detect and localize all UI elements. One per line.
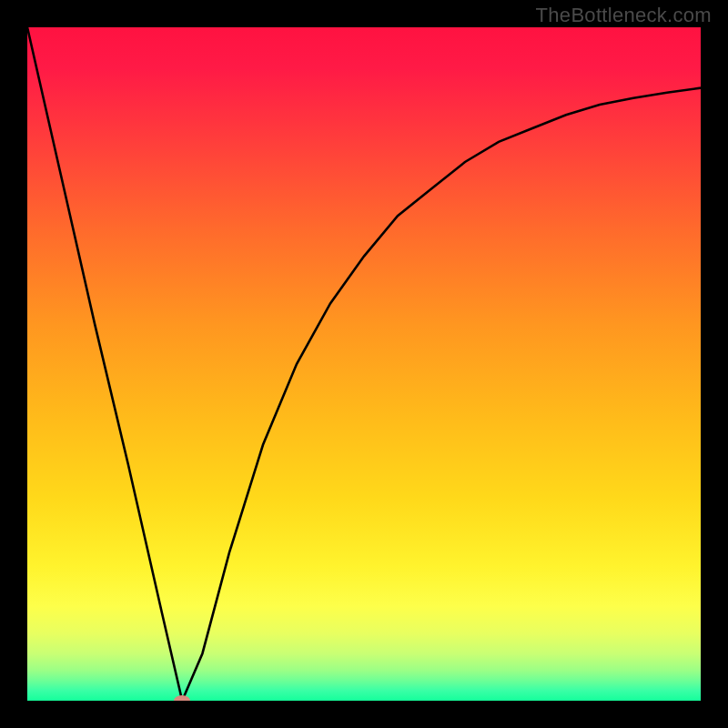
chart-frame: TheBottleneck.com	[0, 0, 728, 728]
watermark-text: TheBottleneck.com	[536, 4, 712, 27]
bottleneck-curve	[27, 27, 701, 701]
minimum-marker	[174, 695, 190, 701]
plot-area	[27, 27, 701, 701]
